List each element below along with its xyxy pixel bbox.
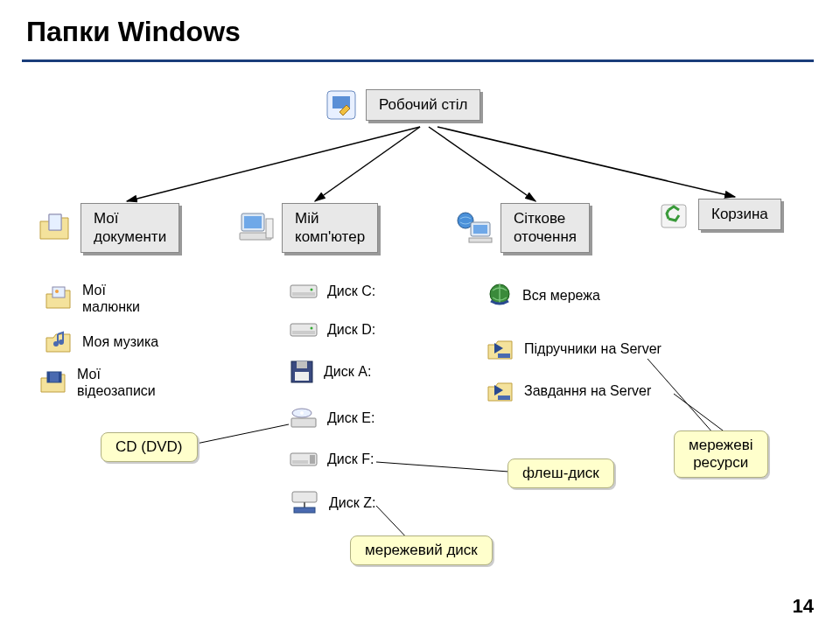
disk-d-item: Диск D:: [289, 320, 375, 340]
svg-rect-27: [59, 372, 61, 382]
svg-rect-26: [47, 372, 50, 382]
svg-point-30: [311, 289, 313, 291]
callout-flash: флеш-диск: [508, 458, 614, 488]
svg-point-22: [55, 290, 59, 293]
page-number: 14: [793, 595, 814, 618]
recycle-node: Корзина: [656, 198, 781, 231]
cd-drive-icon: [289, 406, 318, 430]
my-videos-label: Мої відеозаписи: [77, 366, 156, 399]
callout-net-resources: мережеві ресурси: [674, 430, 768, 478]
recycle-bin-icon: [656, 198, 691, 231]
disk-a-item: Диск A:: [289, 359, 371, 385]
disk-e-item: Диск E:: [289, 406, 374, 430]
disk-f-item: Диск F:: [289, 450, 374, 469]
folder-pictures-icon: [44, 285, 74, 312]
svg-point-33: [311, 327, 313, 330]
removable-disk-icon: [289, 450, 318, 469]
callout-net-disk: мережевий диск: [350, 536, 493, 565]
slide-title: Папки Windows: [26, 16, 241, 48]
network-node: Сіткове оточення: [455, 203, 590, 253]
all-network-label: Вся мережа: [522, 287, 600, 304]
floppy-disk-icon: [289, 359, 315, 385]
svg-rect-35: [297, 361, 307, 368]
folder-music-icon: [44, 329, 74, 355]
disk-c-item: Диск C:: [289, 282, 375, 301]
network-places-icon: [455, 210, 494, 245]
svg-point-23: [53, 341, 59, 346]
globe-network-icon: [486, 282, 514, 310]
network-label: Сіткове оточення: [500, 203, 590, 253]
textbooks-server-label: Підручники на Server: [524, 340, 662, 357]
svg-rect-19: [469, 238, 492, 242]
my-computer-label: Мій комп'ютер: [282, 203, 378, 253]
svg-point-24: [59, 340, 64, 345]
svg-rect-21: [52, 287, 65, 298]
disk-e-label: Диск E:: [327, 410, 374, 426]
hard-disk-icon: [289, 320, 318, 340]
svg-line-8: [648, 359, 713, 433]
my-music-label: Моя музика: [82, 333, 158, 350]
svg-rect-15: [266, 219, 273, 238]
all-network-item: Вся мережа: [486, 282, 600, 310]
svg-rect-18: [473, 225, 487, 234]
my-pictures-label: Мої малюнки: [82, 282, 140, 315]
my-videos-item: Мої відеозаписи: [38, 366, 156, 399]
disk-z-item: Диск Z:: [289, 490, 375, 516]
tasks-server-label: Завдання на Server: [524, 382, 651, 399]
svg-rect-43: [292, 492, 317, 502]
svg-line-4: [184, 424, 289, 446]
my-pictures-item: Мої малюнки: [44, 282, 140, 315]
svg-rect-41: [310, 455, 315, 464]
svg-rect-13: [244, 216, 262, 228]
hard-disk-icon: [289, 282, 318, 301]
svg-line-0: [127, 127, 420, 201]
disk-a-label: Диск A:: [324, 363, 371, 380]
computer-icon: [236, 210, 275, 245]
root-label: Робочий стіл: [366, 89, 480, 120]
svg-line-2: [429, 127, 536, 201]
textbooks-server-item: Підручники на Server: [486, 336, 662, 362]
folder-network-icon: [486, 336, 515, 362]
recycle-label: Корзина: [698, 199, 781, 229]
svg-rect-39: [291, 418, 316, 427]
folder-videos-icon: [38, 369, 68, 396]
my-documents-node: Мої документи: [37, 203, 179, 253]
disk-c-label: Диск C:: [327, 283, 375, 299]
disk-f-label: Диск F:: [327, 451, 374, 467]
svg-rect-32: [292, 331, 315, 334]
desktop-config-icon: [324, 88, 359, 122]
disk-z-label: Диск Z:: [329, 494, 375, 511]
svg-rect-45: [294, 508, 315, 513]
disk-d-label: Диск D:: [327, 321, 375, 338]
svg-rect-29: [292, 292, 315, 296]
svg-point-38: [300, 411, 304, 415]
my-documents-label: Мої документи: [80, 203, 179, 253]
tasks-server-item: Завдання на Server: [486, 378, 651, 404]
my-computer-node: Мій комп'ютер: [236, 203, 378, 253]
my-music-item: Моя музика: [44, 329, 158, 355]
svg-rect-36: [295, 372, 309, 381]
svg-line-5: [376, 462, 521, 472]
callout-cd-dvd: CD (DVD): [101, 432, 198, 462]
root-node: Робочий стіл: [324, 88, 480, 122]
svg-line-3: [438, 127, 735, 197]
folder-documents-icon: [37, 211, 74, 244]
folder-network-icon: [486, 378, 515, 404]
svg-rect-48: [498, 396, 510, 400]
title-underline: [22, 60, 814, 62]
svg-rect-47: [498, 354, 510, 358]
svg-rect-20: [662, 205, 686, 228]
svg-line-7: [674, 394, 726, 433]
svg-line-1: [315, 127, 420, 201]
svg-rect-42: [292, 460, 308, 464]
network-drive-icon: [289, 490, 320, 516]
